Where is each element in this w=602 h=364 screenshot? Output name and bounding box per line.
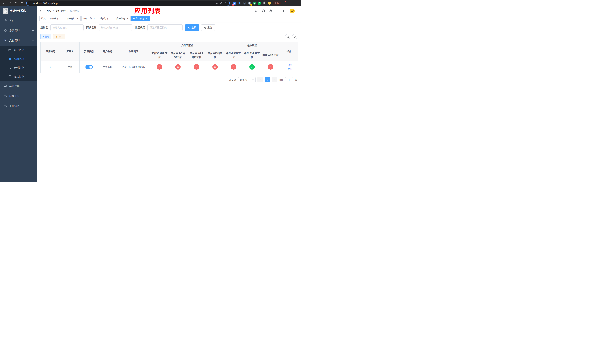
- col-header-wechat-mini: 微信小程序支付: [224, 49, 243, 61]
- prev-page-button[interactable]: [258, 77, 263, 82]
- sidebar-subitem-payment-order[interactable]: 支付订单: [0, 63, 37, 72]
- header-search-icon[interactable]: [255, 9, 258, 13]
- password-key-icon[interactable]: [215, 2, 218, 5]
- reset-button[interactable]: 重置: [201, 24, 215, 31]
- close-icon[interactable]: ×: [126, 17, 129, 20]
- browser-back-button[interactable]: [2, 1, 7, 6]
- site-info-icon[interactable]: ⓘ: [29, 1, 31, 5]
- toggle-search-button[interactable]: [285, 34, 290, 39]
- config-enabled-icon: ✓: [249, 64, 255, 70]
- menu-label: 支付管理: [9, 39, 20, 42]
- close-icon[interactable]: ×: [110, 17, 112, 20]
- payment-submenu: 商户信息 应用信息 支付订单: [0, 45, 37, 81]
- extension-adblock-icon[interactable]: 10: [233, 1, 236, 5]
- page-size-select[interactable]: 10条/页: [238, 77, 256, 82]
- sidebar-subitem-merchant-info[interactable]: 商户信息: [0, 45, 37, 54]
- page-number-button[interactable]: 1: [265, 77, 270, 82]
- sidebar-subitem-refund-order[interactable]: 退款订单: [0, 72, 37, 81]
- extension-profile-icon[interactable]: 1: [248, 1, 251, 5]
- delete-link[interactable]: 删除: [285, 67, 293, 70]
- sidebar-item-dev-tools[interactable]: 研发工具: [0, 91, 37, 101]
- browser-update-button[interactable]: 更新: [273, 1, 281, 5]
- app-name-input[interactable]: [50, 24, 84, 31]
- sidebar-item-system-management[interactable]: 系统管理: [0, 26, 37, 36]
- tab-home[interactable]: 首页: [39, 16, 47, 21]
- sidebar-item-home[interactable]: 首页: [0, 16, 37, 26]
- download-icon: [55, 36, 58, 38]
- filter-merchant-label: 商户名称: [86, 26, 97, 29]
- browser-home-button[interactable]: [20, 1, 24, 6]
- cell-app-name: 芋道: [61, 61, 80, 73]
- tab-app-info[interactable]: 应用信息 ×: [131, 16, 150, 21]
- url-text[interactable]: localhost:1024/pay/app: [33, 2, 58, 5]
- extension-camera-icon[interactable]: [243, 1, 246, 5]
- breadcrumb-payment[interactable]: 支付管理: [55, 9, 66, 13]
- sidebar-toggle-button[interactable]: [40, 9, 43, 13]
- next-page-button[interactable]: [272, 77, 277, 82]
- chevron-down-icon: [252, 79, 254, 81]
- browser-reload-button[interactable]: [14, 1, 19, 6]
- pagination-total: 共 1 条: [229, 78, 236, 81]
- font-size-icon[interactable]: [282, 9, 286, 13]
- refresh-table-button[interactable]: [292, 34, 297, 39]
- status-switch[interactable]: [85, 65, 93, 69]
- breadcrumb-home[interactable]: 首页: [46, 9, 52, 13]
- breadcrumb-separator: /: [68, 10, 68, 12]
- config-disabled-icon: ✕: [175, 64, 181, 70]
- search-icon: [188, 26, 191, 29]
- menu-label: 工作流程: [9, 104, 20, 108]
- search-button[interactable]: 搜索: [185, 24, 199, 31]
- col-header-alipay-qr: 支付宝扫码支付: [206, 49, 224, 61]
- col-header-created: 创建时间: [117, 42, 150, 61]
- tab-process-form[interactable]: 流程表单 ×: [48, 16, 64, 21]
- fullscreen-icon[interactable]: [275, 9, 279, 13]
- menu-label: 系统管理: [9, 29, 20, 32]
- toolbox-icon: [4, 95, 7, 97]
- sidebar-subitem-app-info[interactable]: 应用信息: [0, 54, 37, 63]
- browser-menu-button[interactable]: ⋮: [282, 1, 286, 6]
- share-icon[interactable]: [220, 2, 223, 5]
- cell-app-id: 6: [41, 61, 61, 73]
- close-icon[interactable]: ×: [145, 17, 148, 20]
- merchant-name-input[interactable]: [99, 24, 132, 31]
- app-logo[interactable]: 芋道管理系统: [0, 6, 37, 16]
- breadcrumb-separator: /: [53, 10, 54, 12]
- col-header-app-id: 应用编号: [41, 42, 61, 61]
- browser-forward-button[interactable]: [8, 1, 13, 6]
- sidebar-item-payment-management[interactable]: ¥ 支付管理: [0, 36, 37, 45]
- filter-status-label: 开启状态: [135, 26, 145, 29]
- col-header-merchant: 商户名称: [98, 42, 117, 61]
- tab-user-group[interactable]: 用户分组 ×: [65, 16, 81, 21]
- extensions-puzzle-icon[interactable]: [263, 1, 266, 5]
- github-icon[interactable]: [262, 9, 265, 13]
- address-bar[interactable]: ⓘ localhost:1024/pay/app: [27, 1, 229, 6]
- col-header-alipay-app: 支付宝 APP 支付: [150, 49, 169, 61]
- export-button[interactable]: 导出: [53, 34, 65, 39]
- bookmark-star-icon[interactable]: [224, 2, 227, 5]
- add-button[interactable]: + 新增: [40, 34, 52, 39]
- extension-green-check-icon[interactable]: [253, 1, 256, 5]
- tab-refund-order[interactable]: 退款订单 ×: [98, 16, 114, 21]
- sidebar-item-infrastructure[interactable]: 基础设施: [0, 81, 37, 91]
- chevron-down-icon: [32, 30, 34, 32]
- sidebar-item-workflow[interactable]: 工作流程: [0, 101, 37, 111]
- extension-chat-icon[interactable]: [258, 1, 261, 5]
- edit-link[interactable]: 修改: [285, 64, 293, 67]
- goto-page-input[interactable]: [285, 77, 293, 82]
- docs-question-icon[interactable]: [269, 9, 272, 13]
- close-icon[interactable]: ×: [76, 17, 79, 20]
- user-avatar-menu[interactable]: [290, 8, 298, 14]
- close-icon[interactable]: ×: [93, 17, 96, 20]
- status-select[interactable]: 请选择开启状态: [147, 24, 183, 31]
- chevron-down-icon: [32, 105, 34, 107]
- chevron-right-icon: [273, 79, 275, 81]
- extension-face-icon[interactable]: [268, 1, 271, 5]
- update-badge-dot: [285, 1, 286, 2]
- config-disabled-icon: ✕: [231, 64, 236, 70]
- close-icon[interactable]: ×: [60, 17, 62, 20]
- credit-card-icon: [8, 49, 11, 52]
- tab-merchant-info[interactable]: 商户信息 ×: [115, 16, 130, 21]
- caret-down-icon: [296, 10, 298, 12]
- extension-gem-icon[interactable]: [238, 1, 241, 5]
- tab-payment-order[interactable]: 支付订单 ×: [81, 16, 97, 21]
